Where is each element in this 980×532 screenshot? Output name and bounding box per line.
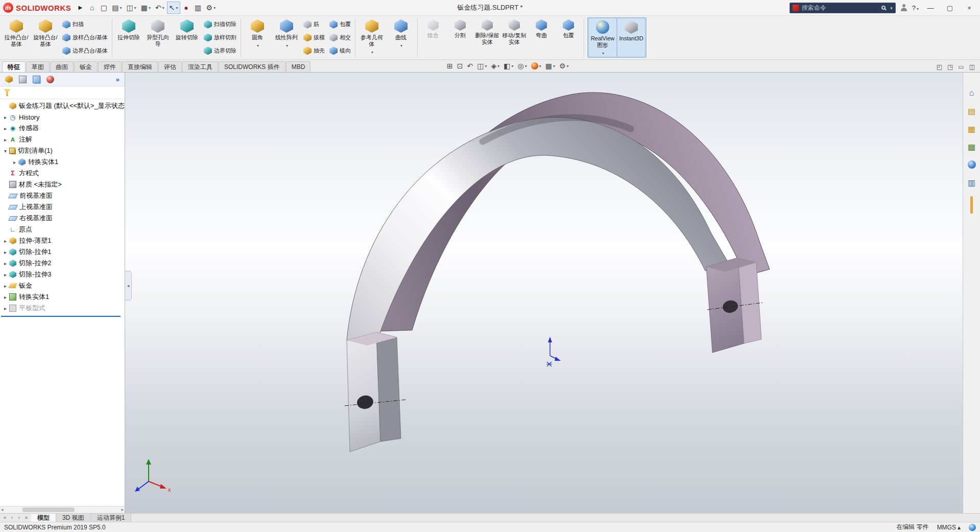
help-button[interactable]: ? <box>912 4 919 12</box>
user-account-icon[interactable] <box>900 4 908 12</box>
search-icon[interactable] <box>881 6 886 10</box>
new-document-icon[interactable]: ▢ <box>98 2 109 14</box>
wrap-feature-button[interactable]: 包覆 <box>555 17 582 58</box>
appearances-tab-icon[interactable] <box>46 76 54 83</box>
tree-item[interactable]: 转换实体1 <box>0 291 125 303</box>
file-explorer-icon[interactable]: ▦ <box>965 123 978 135</box>
view-settings-icon[interactable]: ⚙ <box>558 60 570 72</box>
tree-item[interactable]: 拉伸-薄壁1 <box>0 235 125 246</box>
design-library-icon[interactable]: ▤ <box>965 105 978 117</box>
tab-scroll-first-icon[interactable]: « <box>2 515 8 520</box>
realview-graphics-button[interactable]: RealView 图形 <box>588 18 617 57</box>
expand-arrow-icon[interactable] <box>2 137 9 143</box>
panel-collapse-handle[interactable] <box>125 271 132 300</box>
boundary-boss-button[interactable]: 边界凸台/基体 <box>60 44 110 57</box>
draft-button[interactable]: 拔模 <box>301 31 327 44</box>
mirror-button[interactable]: 镜向 <box>327 44 353 57</box>
commandmanager-tab[interactable]: SOLIDWORKS 插件 <box>219 61 285 72</box>
restore-button[interactable]: ▢ <box>942 2 958 14</box>
pane-toggle-icon[interactable]: ◳ <box>947 63 953 71</box>
edit-appearance-icon[interactable]: ● <box>530 60 543 72</box>
hide-show-items-icon[interactable]: ◎ <box>516 60 529 72</box>
tree-item[interactable]: History <box>0 111 125 123</box>
extruded-cut-button[interactable]: 拉伸切除 <box>114 17 143 58</box>
display-style-icon[interactable]: ◧ <box>502 60 515 72</box>
document-tab[interactable]: 运动算例1 <box>91 514 132 522</box>
commandmanager-tab[interactable]: 钣金 <box>74 61 98 72</box>
expand-arrow-icon[interactable] <box>2 283 9 289</box>
tree-horizontal-scrollbar[interactable] <box>0 506 125 513</box>
expand-arrow-icon[interactable] <box>11 159 18 165</box>
tree-item[interactable]: 转换实体1 <box>0 156 125 168</box>
view-orientation-icon[interactable]: ◈ <box>489 60 501 72</box>
sheet-metal-part[interactable] <box>345 92 770 452</box>
swept-cut-button[interactable]: 扫描切除 <box>202 18 238 31</box>
move-copy-body-button[interactable]: 移动/复制实体 <box>501 17 528 58</box>
zoom-fit-icon[interactable]: ⊞ <box>445 60 455 72</box>
tree-item[interactable]: 平板型式 <box>0 303 125 314</box>
commandmanager-tab[interactable]: 草图 <box>26 61 50 72</box>
flex-button[interactable]: 弯曲 <box>528 17 555 58</box>
lofted-cut-button[interactable]: 放样切割 <box>202 31 238 44</box>
apply-scene-icon[interactable]: ▦ <box>544 60 557 72</box>
expand-arrow-icon[interactable] <box>2 294 9 300</box>
commandmanager-tab[interactable]: 特征 <box>2 61 26 72</box>
expand-arrow-icon[interactable] <box>2 126 9 131</box>
pane-minimize-icon[interactable]: ▭ <box>958 63 964 71</box>
custom-properties-icon[interactable]: ▥ <box>965 176 978 189</box>
tree-item[interactable]: 材质 <未指定> <box>0 179 125 190</box>
expand-arrow-icon[interactable] <box>2 249 9 255</box>
help-globe-icon[interactable] <box>969 524 976 531</box>
graphics-area[interactable]: x <box>125 73 963 513</box>
configurationmanager-tab-icon[interactable] <box>33 76 40 83</box>
linear-pattern-button[interactable]: 线性阵列 <box>272 17 301 58</box>
boundary-cut-button[interactable]: 边界切除 <box>202 44 238 57</box>
section-view-icon[interactable]: ◫ <box>475 60 488 72</box>
commandmanager-tab[interactable]: MBD <box>286 61 311 72</box>
print-icon[interactable]: ▦ <box>139 2 153 14</box>
tree-item[interactable]: 钣金练习题 (默认<<默认>_显示状态 1 <box>0 100 125 111</box>
expand-arrow-icon[interactable] <box>2 148 9 154</box>
menu-expand-icon[interactable]: ▶ <box>75 2 86 14</box>
extruded-boss-button[interactable]: 拉伸凸台/基体 <box>2 17 31 58</box>
units-selector[interactable]: MMGS▴ <box>937 524 961 531</box>
save-icon[interactable]: ◫ <box>125 2 138 14</box>
delete-keep-body-button[interactable]: 删除/保留实体 <box>474 17 500 58</box>
expand-arrow-icon[interactable] <box>2 272 9 277</box>
document-tab[interactable]: 3D 视图 <box>56 514 91 522</box>
commandmanager-tab[interactable]: 曲面 <box>50 61 74 72</box>
intersect-button[interactable]: 相交 <box>327 31 353 44</box>
rollback-bar[interactable] <box>1 316 121 317</box>
panel-overflow-chevron-icon[interactable] <box>116 76 119 83</box>
featuremanager-tab-icon[interactable] <box>5 76 13 83</box>
tree-item[interactable]: 切除-拉伸1 <box>0 246 125 258</box>
tree-item[interactable]: 切割清单(1) <box>0 145 125 156</box>
tree-item[interactable]: 上视基准面 <box>0 201 125 213</box>
hole-wizard-button[interactable]: 异型孔向导 <box>144 17 172 58</box>
expand-arrow-icon[interactable] <box>2 238 9 244</box>
undo-icon[interactable]: ↶ <box>153 2 166 14</box>
tree-item[interactable]: 右视基准面 <box>0 213 125 224</box>
pane-restore-icon[interactable]: ◫ <box>969 63 975 71</box>
propertymanager-tab-icon[interactable] <box>19 76 27 83</box>
lofted-boss-button[interactable]: 放样凸台/基体 <box>60 31 110 44</box>
swept-boss-button[interactable]: 扫描 <box>60 18 110 31</box>
tree-item[interactable]: 传感器 <box>0 123 125 134</box>
filter-icon[interactable] <box>4 89 11 96</box>
expand-arrow-icon[interactable] <box>2 306 9 311</box>
shell-button[interactable]: 抽壳 <box>301 44 327 57</box>
options-gear-icon[interactable]: ⚙ <box>204 2 218 14</box>
commandmanager-tab[interactable]: 直接编辑 <box>122 61 158 72</box>
split-button[interactable]: 分割 <box>447 17 473 58</box>
search-dropdown-icon[interactable] <box>890 4 893 11</box>
fillet-button[interactable]: 圆角 <box>243 17 272 58</box>
search-command-box[interactable]: 搜索命令 <box>790 3 896 13</box>
reference-geometry-button[interactable]: 参考几何体 <box>357 17 386 58</box>
rib-button[interactable]: 筋 <box>301 18 327 31</box>
open-document-icon[interactable]: ▤ <box>110 2 124 14</box>
tree-item[interactable]: 切除-拉伸2 <box>0 258 125 269</box>
previous-view-icon[interactable]: ↶ <box>465 60 474 72</box>
expand-arrow-icon[interactable] <box>2 114 9 120</box>
3d-model-view[interactable]: x <box>125 73 963 513</box>
rebuild-icon[interactable]: ● <box>181 2 192 14</box>
